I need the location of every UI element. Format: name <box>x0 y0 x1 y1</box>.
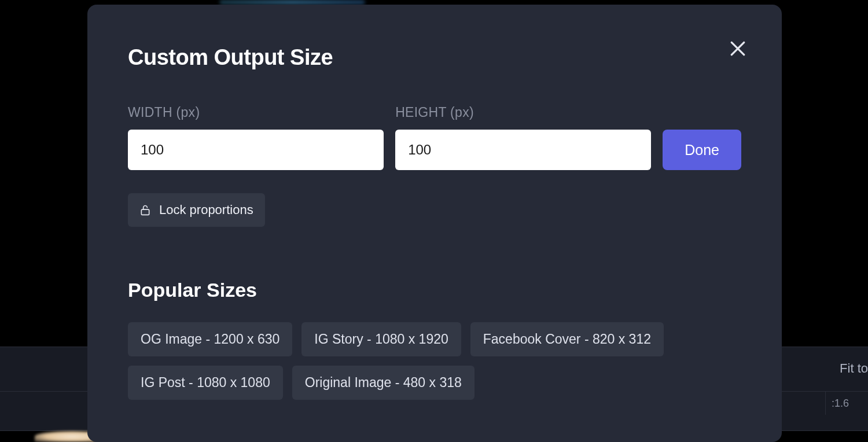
height-group: HEIGHT (px) <box>395 105 651 170</box>
height-input[interactable] <box>395 130 651 170</box>
size-preset-facebook-cover[interactable]: Facebook Cover - 820 x 312 <box>470 322 664 356</box>
dimensions-row: WIDTH (px) HEIGHT (px) Done <box>128 105 741 170</box>
lock-open-icon <box>139 203 151 217</box>
height-label: HEIGHT (px) <box>395 105 651 120</box>
lock-proportions-button[interactable]: Lock proportions <box>128 193 265 227</box>
size-preset-ig-post[interactable]: IG Post - 1080 x 1080 <box>128 366 283 400</box>
custom-output-size-modal: Custom Output Size WIDTH (px) HEIGHT (px… <box>87 5 782 442</box>
modal-title: Custom Output Size <box>128 45 741 70</box>
close-button[interactable] <box>726 37 749 60</box>
fit-to-label: Fit to <box>840 361 868 376</box>
width-input[interactable] <box>128 130 384 170</box>
svg-rect-0 <box>141 209 149 215</box>
width-label: WIDTH (px) <box>128 105 384 120</box>
popular-sizes-row: OG Image - 1200 x 630 IG Story - 1080 x … <box>128 322 741 400</box>
size-preset-ig-story[interactable]: IG Story - 1080 x 1920 <box>301 322 461 356</box>
lock-proportions-label: Lock proportions <box>159 202 253 218</box>
done-button[interactable]: Done <box>663 130 741 170</box>
size-preset-original-image[interactable]: Original Image - 480 x 318 <box>292 366 475 400</box>
size-preset-og-image[interactable]: OG Image - 1200 x 630 <box>128 322 292 356</box>
popular-sizes-title: Popular Sizes <box>128 279 741 301</box>
close-icon <box>729 39 747 58</box>
width-group: WIDTH (px) <box>128 105 384 170</box>
ratio-label: :1.6 <box>825 392 849 415</box>
background-blur-strip <box>220 0 365 5</box>
